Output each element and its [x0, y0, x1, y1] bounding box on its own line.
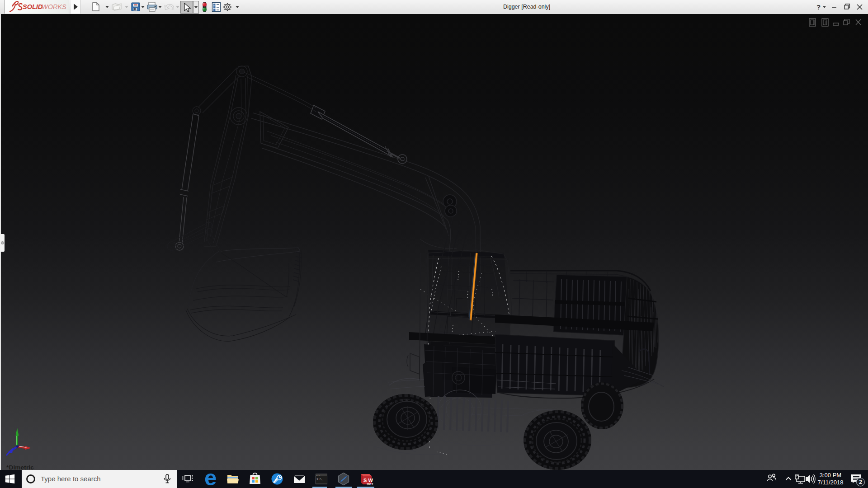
svg-text:C:\: C:\ [316, 474, 320, 476]
svg-text:C:\_: C:\_ [317, 478, 324, 481]
svg-text:?: ? [816, 3, 821, 11]
svg-text:e: e [204, 470, 217, 488]
svg-text:2: 2 [859, 479, 862, 485]
svg-text:2017: 2017 [367, 483, 373, 486]
